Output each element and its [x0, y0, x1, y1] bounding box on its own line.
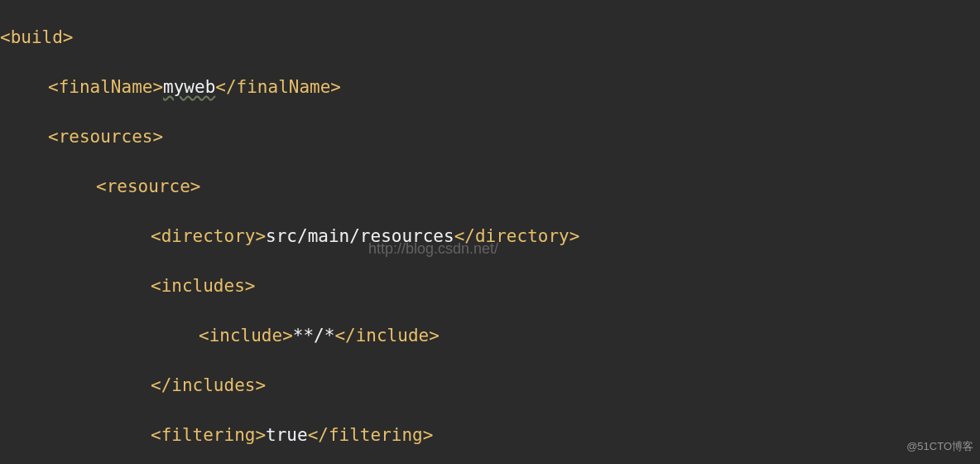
xml-tag-directory-close: </directory>	[454, 226, 580, 246]
xml-text-include: **/*	[293, 326, 335, 346]
xml-tag-resources-open: <resources>	[48, 127, 163, 147]
xml-tag-includes-open: <includes>	[151, 276, 255, 296]
xml-tag-filtering-open: <filtering>	[151, 425, 266, 445]
xml-tag-filtering-close: </filtering>	[308, 425, 434, 445]
xml-tag-include-open: <include>	[199, 326, 293, 346]
xml-tag-includes-close: </includes>	[151, 375, 266, 395]
xml-tag-resource-open: <resource>	[96, 176, 200, 196]
xml-tag-finalName-close: </finalName>	[215, 77, 341, 97]
xml-text-finalName: myweb	[163, 77, 215, 97]
xml-tag-finalName-open: <finalName>	[48, 77, 163, 97]
xml-text-directory: src/main/resources	[266, 226, 454, 246]
xml-text-filtering: true	[266, 425, 308, 445]
code-editor[interactable]: <build> <finalName>myweb</finalName> <re…	[0, 0, 980, 464]
xml-tag-directory-open: <directory>	[151, 226, 266, 246]
xml-tag-include-close: </include>	[334, 326, 439, 346]
xml-tag-build-open: <build>	[0, 27, 74, 47]
